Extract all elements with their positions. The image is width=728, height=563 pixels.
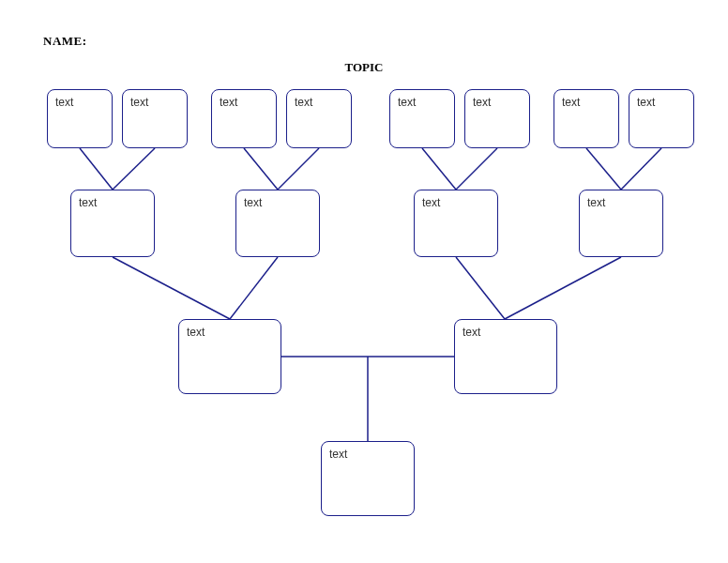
node-r4-1: text (321, 441, 415, 516)
node-r1-8: text (629, 89, 694, 148)
svg-line-1 (113, 148, 155, 190)
node-label: text (637, 96, 655, 109)
node-label: text (562, 96, 580, 109)
svg-line-8 (113, 257, 230, 319)
node-label: text (422, 196, 440, 209)
node-r3-1: text (178, 319, 281, 394)
node-label: text (187, 326, 205, 339)
node-label: text (220, 96, 237, 109)
node-label: text (244, 196, 262, 209)
name-label: NAME: (43, 34, 87, 49)
node-label: text (329, 448, 347, 461)
node-r3-2: text (454, 319, 557, 394)
node-r1-7: text (554, 89, 619, 148)
node-label: text (55, 96, 73, 109)
svg-line-0 (80, 148, 113, 190)
node-r1-4: text (286, 89, 352, 148)
svg-line-9 (230, 257, 278, 319)
svg-line-3 (278, 148, 319, 190)
node-r2-2: text (235, 190, 320, 257)
node-label: text (295, 96, 312, 109)
node-label: text (473, 96, 491, 109)
node-label: text (587, 196, 605, 209)
node-r1-1: text (47, 89, 113, 148)
svg-line-6 (586, 148, 621, 190)
node-r1-6: text (464, 89, 530, 148)
svg-line-7 (621, 148, 661, 190)
svg-line-11 (505, 257, 621, 319)
node-r1-2: text (122, 89, 188, 148)
svg-line-2 (244, 148, 278, 190)
svg-line-10 (456, 257, 505, 319)
topic-label: TOPIC (0, 60, 728, 75)
svg-line-5 (456, 148, 497, 190)
node-r2-4: text (579, 190, 663, 257)
node-r1-3: text (211, 89, 277, 148)
diagram-page: NAME: TOPIC text text text text text tex… (0, 0, 728, 563)
node-r2-1: text (70, 190, 155, 257)
node-label: text (79, 196, 97, 209)
node-label: text (463, 326, 480, 339)
node-label: text (130, 96, 148, 109)
svg-line-4 (422, 148, 456, 190)
node-r2-3: text (414, 190, 498, 257)
node-r1-5: text (389, 89, 455, 148)
node-label: text (398, 96, 416, 109)
